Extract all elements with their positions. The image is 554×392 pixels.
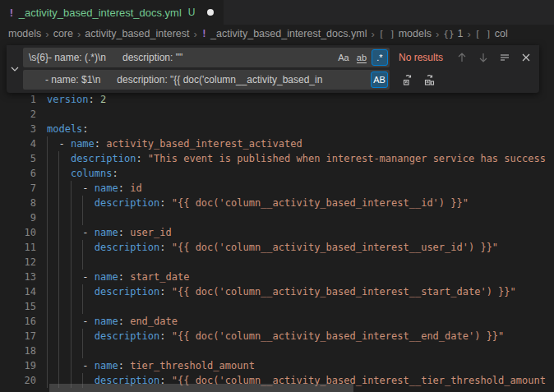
line-content	[47, 299, 554, 314]
indent-guide	[58, 299, 59, 314]
code-line[interactable]: 9	[0, 210, 554, 225]
code-token: :	[159, 330, 171, 342]
previous-match-button[interactable]	[453, 49, 470, 67]
breadcrumb-label: core	[53, 28, 73, 39]
code-line[interactable]: 10 - name: user_id	[0, 225, 554, 240]
indent-guide	[58, 181, 59, 196]
code-token: :	[118, 227, 130, 238]
code-token: models	[47, 123, 82, 135]
code-line[interactable]: 13 - name: start_date	[0, 270, 554, 284]
line-content: - name: start_date	[47, 270, 554, 284]
indent-guide	[71, 225, 72, 240]
horizontal-scrollbar-thumb[interactable]	[49, 384, 353, 392]
indent-guide	[58, 196, 59, 210]
code-line[interactable]: 8 description: "{{ doc('column__activity…	[0, 196, 554, 210]
code-line[interactable]: 12	[0, 255, 554, 270]
find-row: \s{6}- name: (.*)\n description: "" Aa a…	[23, 48, 534, 67]
indent-guide	[71, 210, 72, 225]
code-line[interactable]: 1version: 2	[0, 92, 554, 107]
indent-guide	[82, 284, 83, 299]
code-line[interactable]: 19 - name: tier_threshold_amount	[0, 358, 554, 373]
replace-row: - name: $1\n description: "{{ doc('colum…	[23, 70, 534, 90]
arrow-up-icon	[456, 52, 468, 63]
code-token: columns	[71, 168, 113, 179]
line-content: description: "{{ doc('column__activity_b…	[47, 284, 554, 299]
code-token: version	[47, 94, 89, 105]
indent-guide	[71, 240, 72, 255]
replace-value-text: - name: $1\n description: "{{ doc('colum…	[23, 74, 369, 85]
code-line[interactable]: 3models:	[0, 122, 554, 136]
tab-activity-based-interest-docs[interactable]: ! _activity_based_interest_docs.yml U	[0, 0, 224, 25]
line-number: 7	[0, 181, 36, 196]
code-token: name	[95, 227, 118, 238]
breadcrumb-separator-icon: ›	[193, 28, 196, 40]
next-match-button[interactable]	[474, 49, 492, 67]
whole-word-toggle[interactable]: ab	[353, 49, 370, 66]
close-find-button[interactable]	[517, 49, 534, 67]
find-replace-widget: \s{6}- name: (.*)\n description: "" Aa a…	[7, 45, 539, 93]
line-content: models:	[47, 122, 554, 136]
indent-guide	[47, 314, 48, 329]
line-number: 20	[0, 373, 36, 388]
indent-guide	[71, 314, 72, 329]
indent-guide	[47, 344, 48, 358]
code-line[interactable]: 2	[0, 107, 554, 122]
indent-guide	[82, 329, 83, 344]
code-line[interactable]: 17 description: "{{ doc('column__activit…	[0, 329, 554, 344]
find-input[interactable]: \s{6}- name: (.*)\n description: "" Aa a…	[23, 48, 390, 67]
indent-guide	[71, 270, 72, 284]
line-number: 8	[0, 196, 36, 210]
breadcrumb-item-1[interactable]: {}1	[443, 28, 463, 39]
indent-guide	[71, 329, 72, 344]
yaml-file-icon: !	[201, 28, 207, 39]
replace-all-button[interactable]	[421, 71, 438, 89]
breadcrumb-item-models[interactable]: models	[8, 28, 41, 39]
indent-guide	[47, 166, 48, 181]
toggle-replace-button[interactable]	[7, 45, 23, 93]
code-line[interactable]: 11 description: "{{ doc('column__activit…	[0, 240, 554, 255]
line-number: 12	[0, 255, 36, 270]
code-line[interactable]: 7 - name: id	[0, 181, 554, 196]
line-number: 5	[0, 151, 36, 166]
code-token: description	[95, 197, 159, 209]
code-line[interactable]: 16 - name: end_date	[0, 314, 554, 329]
breadcrumb-item--activity-based-interest-docs-yml[interactable]: !_activity_based_interest_docs.yml	[201, 28, 367, 39]
modified-dot-icon[interactable]	[207, 9, 214, 16]
match-case-toggle[interactable]: Aa	[335, 49, 352, 66]
regex-toggle[interactable]: .*	[372, 49, 388, 66]
breadcrumb-item-core[interactable]: core	[53, 28, 73, 39]
code-token: :	[112, 168, 118, 179]
indent-guide	[47, 136, 48, 151]
code-line[interactable]: 15	[0, 299, 554, 314]
indent-guide	[47, 270, 48, 284]
replace-input[interactable]: - name: $1\n description: "{{ doc('colum…	[23, 70, 390, 90]
code-token: :	[118, 182, 130, 194]
code-token: "{{ doc('column__activity_based_interest…	[172, 330, 505, 342]
code-line[interactable]: 18	[0, 344, 554, 358]
code-token: "{{ doc('column__activity_based_interest…	[172, 286, 516, 297]
code-token: :	[159, 242, 171, 253]
editor-code-area[interactable]: 1version: 223models:4 - name: activity_b…	[0, 92, 554, 388]
code-token: description	[71, 153, 136, 164]
indent-guide	[58, 225, 59, 240]
line-content	[47, 107, 554, 122]
breadcrumb-item-activity-based-interest[interactable]: activity_based_interest	[85, 28, 189, 39]
code-token: name	[95, 182, 118, 194]
arrow-down-icon	[478, 52, 489, 63]
replace-button[interactable]	[399, 71, 417, 89]
code-line[interactable]: 4 - name: activity_based_interest_activa…	[0, 136, 554, 151]
indent-guide	[47, 151, 48, 166]
code-line[interactable]: 14 description: "{{ doc('column__activit…	[0, 284, 554, 299]
breadcrumb-item-col[interactable]: [ ]col	[475, 28, 508, 39]
code-line[interactable]: 6 columns:	[0, 166, 554, 181]
line-content: - name: tier_threshold_amount	[47, 358, 554, 373]
indent-guide	[58, 166, 59, 181]
find-in-selection-button[interactable]	[496, 49, 513, 67]
indent-guide	[71, 255, 72, 270]
code-line[interactable]: 5 description: "This event is published …	[0, 151, 554, 166]
code-token: :	[95, 138, 106, 150]
preserve-case-toggle[interactable]: AB	[371, 71, 388, 88]
line-content: - name: id	[47, 181, 554, 196]
breadcrumb-item-models[interactable]: [ ]models	[379, 28, 432, 39]
find-widget-rows: \s{6}- name: (.*)\n description: "" Aa a…	[23, 45, 539, 93]
